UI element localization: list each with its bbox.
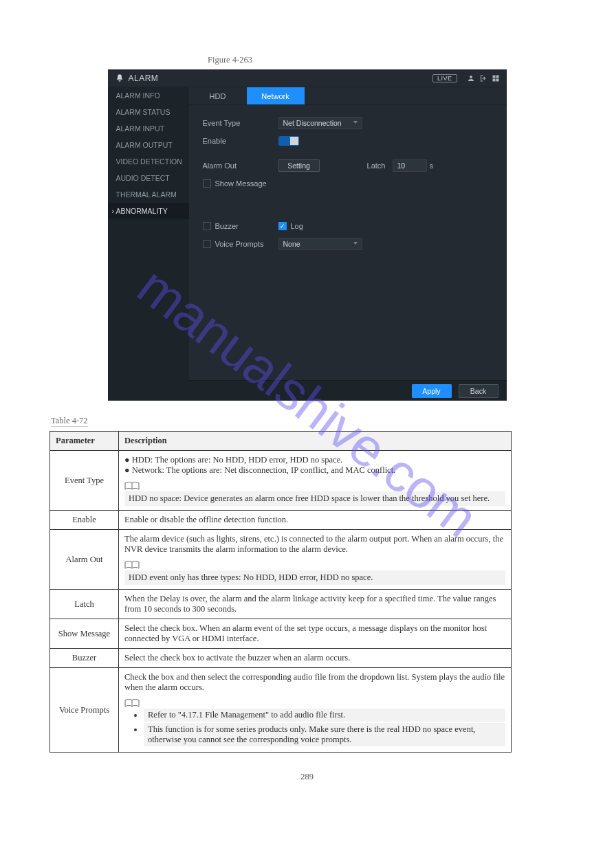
col-parameter: Parameter bbox=[50, 432, 119, 451]
sidebar-item-audio-detect[interactable]: AUDIO DETECT bbox=[108, 170, 189, 186]
enable-toggle[interactable] bbox=[278, 136, 299, 146]
param-name: Voice Prompts bbox=[50, 668, 119, 753]
abnormality-tabs: HDDNetwork bbox=[189, 87, 507, 105]
event-type-label: Event Type bbox=[203, 119, 278, 127]
latch-input[interactable] bbox=[393, 159, 427, 172]
voice-prompts-checkbox[interactable] bbox=[203, 240, 211, 248]
footer-actions: Apply Back bbox=[189, 380, 507, 401]
sidebar-item-thermal-alarm[interactable]: THERMAL ALARM bbox=[108, 186, 189, 203]
page-number: 289 bbox=[50, 772, 564, 782]
latch-unit: s bbox=[430, 162, 434, 170]
buzzer-checkbox[interactable] bbox=[203, 222, 211, 230]
param-name: Buzzer bbox=[50, 649, 119, 668]
param-name: Latch bbox=[50, 590, 119, 619]
app-header: ALARM LIVE bbox=[108, 69, 507, 87]
sidebar-item-video-detection[interactable]: VIDEO DETECTION bbox=[108, 153, 189, 170]
log-label: Log bbox=[291, 222, 303, 230]
param-desc: Check the box and then select the corres… bbox=[119, 668, 512, 753]
event-type-value: Net Disconnection bbox=[283, 119, 342, 127]
param-name: Show Message bbox=[50, 619, 119, 649]
tab-network[interactable]: Network bbox=[247, 87, 305, 104]
chevron-down-icon bbox=[353, 242, 358, 245]
enable-label: Enable bbox=[203, 137, 278, 145]
col-description: Description bbox=[119, 432, 512, 451]
alarm-settings-screenshot: ALARM LIVE ALARM INFOALARM STATUSALARM I… bbox=[108, 69, 507, 401]
event-type-select[interactable]: Net Disconnection bbox=[278, 117, 362, 129]
param-name: Alarm Out bbox=[50, 530, 119, 590]
note-icon bbox=[124, 561, 140, 570]
voice-prompts-select[interactable]: None bbox=[278, 238, 362, 250]
alarm-out-setting-button[interactable]: Setting bbox=[278, 159, 320, 172]
show-message-checkbox[interactable] bbox=[203, 179, 211, 188]
live-badge[interactable]: LIVE bbox=[432, 74, 457, 82]
app-title: ALARM bbox=[129, 74, 159, 83]
buzzer-label: Buzzer bbox=[215, 222, 239, 230]
back-button[interactable]: Back bbox=[459, 384, 498, 398]
param-desc: Enable or disable the offline detection … bbox=[119, 511, 512, 530]
latch-label: Latch bbox=[358, 162, 386, 170]
log-checkbox[interactable]: ✓ bbox=[278, 222, 287, 230]
voice-prompts-value: None bbox=[283, 240, 300, 248]
alarm-sidebar: ALARM INFOALARM STATUSALARM INPUTALARM O… bbox=[108, 87, 189, 401]
param-desc: ● HDD: The options are: No HDD, HDD erro… bbox=[119, 451, 512, 511]
parameter-table: Parameter Description Event Type● HDD: T… bbox=[50, 431, 512, 753]
apply-button[interactable]: Apply bbox=[412, 384, 452, 398]
note-icon bbox=[124, 482, 140, 491]
exit-icon[interactable] bbox=[479, 74, 487, 82]
note-icon bbox=[124, 699, 140, 709]
table-caption: Table 4-72 bbox=[51, 416, 88, 427]
sidebar-item-alarm-info[interactable]: ALARM INFO bbox=[108, 87, 189, 104]
param-desc: The alarm device (such as lights, sirens… bbox=[119, 530, 512, 590]
param-name: Event Type bbox=[50, 451, 119, 511]
figure-caption: Figure 4-263 bbox=[208, 55, 564, 65]
param-name: Enable bbox=[50, 511, 119, 530]
tab-hdd[interactable]: HDD bbox=[189, 87, 247, 104]
sidebar-item-alarm-status[interactable]: ALARM STATUS bbox=[108, 104, 189, 120]
param-desc: Select the check box to activate the buz… bbox=[119, 649, 512, 668]
voice-prompts-label: Voice Prompts bbox=[215, 240, 264, 248]
grid-icon[interactable] bbox=[492, 74, 500, 82]
chevron-down-icon bbox=[353, 121, 358, 124]
param-desc: Select the check box. When an alarm even… bbox=[119, 619, 512, 649]
param-desc: When the Delay is over, the alarm and th… bbox=[119, 590, 512, 619]
alarm-out-label: Alarm Out bbox=[203, 162, 278, 170]
sidebar-item-abnormality[interactable]: ABNORMALITY bbox=[108, 203, 189, 219]
alarm-icon bbox=[115, 74, 124, 83]
user-icon[interactable] bbox=[467, 74, 475, 82]
alarm-main-panel: HDDNetwork Event Type Net Disconnection … bbox=[189, 87, 507, 401]
show-message-label: Show Message bbox=[215, 179, 267, 188]
sidebar-item-alarm-output[interactable]: ALARM OUTPUT bbox=[108, 137, 189, 153]
sidebar-item-alarm-input[interactable]: ALARM INPUT bbox=[108, 120, 189, 137]
